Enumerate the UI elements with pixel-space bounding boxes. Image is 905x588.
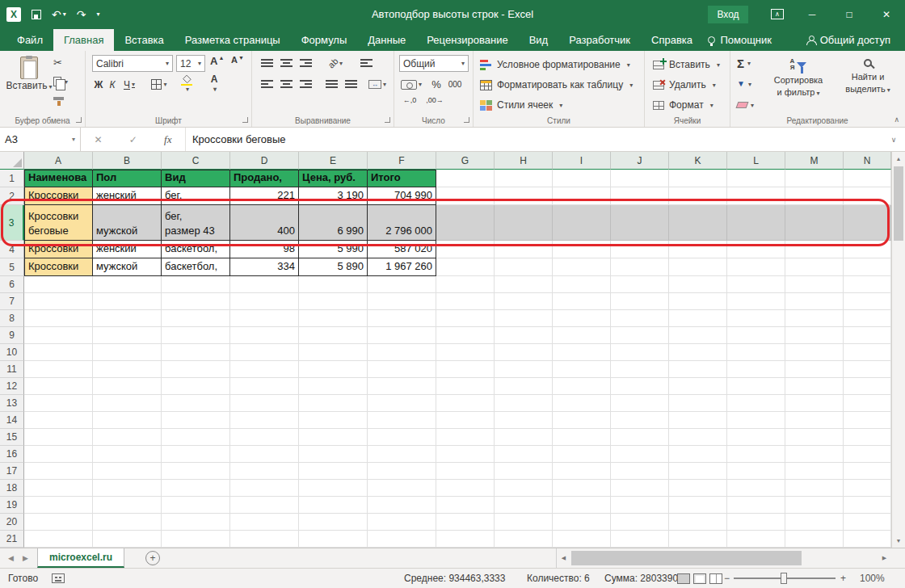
zoom-slider-thumb[interactable] [781,573,787,584]
zoom-out-button[interactable]: − [724,569,730,588]
cell-N6[interactable] [844,276,891,293]
cell-J8[interactable] [611,310,669,327]
cell-F3[interactable]: 2 796 000 [368,205,436,241]
cell-H15[interactable] [495,429,553,446]
cell-N10[interactable] [844,344,891,361]
row-header-3[interactable]: 3 [0,205,24,241]
paste-button[interactable]: Вставить [8,54,50,112]
cell-L15[interactable] [727,429,785,446]
cell-B20[interactable] [93,514,162,531]
cell-F7[interactable] [368,293,436,310]
cell-A5[interactable]: Кроссовки [24,258,93,276]
cell-L8[interactable] [727,310,785,327]
cell-C7[interactable] [162,293,230,310]
cell-C5[interactable]: баскетбол, [162,258,230,276]
cell-N1[interactable] [844,170,891,187]
tab-Справка[interactable]: Справка [641,29,703,51]
scroll-down-button[interactable]: ▼ [892,534,905,548]
cell-E9[interactable] [299,327,368,344]
row-header-17[interactable]: 17 [0,463,24,480]
cell-L6[interactable] [727,276,785,293]
cell-E18[interactable] [299,480,368,497]
cell-I16[interactable] [553,446,611,463]
cell-F14[interactable] [368,412,436,429]
font-dialog-launcher-icon[interactable] [242,117,248,123]
cell-J16[interactable] [611,446,669,463]
cell-E15[interactable] [299,429,368,446]
cell-L19[interactable] [727,497,785,514]
column-header-N[interactable]: N [844,152,891,170]
cell-I19[interactable] [553,497,611,514]
cell-N15[interactable] [844,429,891,446]
zoom-slider[interactable] [734,578,836,579]
cell-I2[interactable] [553,187,611,205]
cell-H17[interactable] [495,463,553,480]
cell-B21[interactable] [93,531,162,548]
cell-E13[interactable] [299,395,368,412]
cell-I14[interactable] [553,412,611,429]
close-button[interactable]: ✕ [868,0,905,29]
cell-E20[interactable] [299,514,368,531]
cell-C18[interactable] [162,480,230,497]
cell-C2[interactable]: бег, [162,187,230,205]
cell-L17[interactable] [727,463,785,480]
cell-K5[interactable] [669,258,727,276]
cell-J21[interactable] [611,531,669,548]
sort-filter-button[interactable]: АЯ Сортировка и фильтр [766,54,831,112]
cell-G19[interactable] [436,497,495,514]
cell-M17[interactable] [785,463,844,480]
cell-I13[interactable] [553,395,611,412]
cell-A9[interactable] [24,327,93,344]
cell-H21[interactable] [495,531,553,548]
cell-B15[interactable] [93,429,162,446]
assistant-button[interactable]: Помощник [708,29,772,51]
page-break-view-button[interactable] [709,573,722,584]
cell-C14[interactable] [162,412,230,429]
conditional-formatting-button[interactable]: Условное форматирование [480,56,630,74]
cell-M2[interactable] [785,187,844,205]
cell-N3[interactable] [844,205,891,241]
cell-D14[interactable] [230,412,299,429]
cell-J18[interactable] [611,480,669,497]
cell-E5[interactable]: 5 890 [299,258,368,276]
cell-E10[interactable] [299,344,368,361]
column-header-M[interactable]: M [785,152,844,170]
enter-icon[interactable]: ✓ [129,134,137,145]
cell-D17[interactable] [230,463,299,480]
cell-L12[interactable] [727,378,785,395]
name-box[interactable]: A3▾ [0,128,81,151]
cell-D12[interactable] [230,378,299,395]
cell-J19[interactable] [611,497,669,514]
column-header-A[interactable]: A [24,152,93,170]
column-header-I[interactable]: I [553,152,611,170]
cell-C3[interactable]: бег,размер 43 [162,205,230,241]
collapse-ribbon-button[interactable]: ∧ [894,116,899,124]
cell-F8[interactable] [368,310,436,327]
cell-F5[interactable]: 1 967 260 [368,258,436,276]
cell-D19[interactable] [230,497,299,514]
cell-L13[interactable] [727,395,785,412]
cell-K11[interactable] [669,361,727,378]
tab-Вид[interactable]: Вид [519,29,559,51]
cell-F10[interactable] [368,344,436,361]
cell-D5[interactable]: 334 [230,258,299,276]
next-sheet-button[interactable]: ▶ [23,548,28,568]
wrap-text-button[interactable] [356,55,377,71]
cell-K19[interactable] [669,497,727,514]
cell-F2[interactable]: 704 990 [368,187,436,205]
cell-K12[interactable] [669,378,727,395]
cell-F16[interactable] [368,446,436,463]
cell-L18[interactable] [727,480,785,497]
cell-A13[interactable] [24,395,93,412]
cell-M12[interactable] [785,378,844,395]
cell-B3[interactable]: мужской [93,205,162,241]
cell-M7[interactable] [785,293,844,310]
cell-C10[interactable] [162,344,230,361]
column-header-C[interactable]: C [162,152,230,170]
row-header-5[interactable]: 5 [0,258,24,276]
orientation-button[interactable]: ab [323,55,347,71]
cell-J14[interactable] [611,412,669,429]
cell-B5[interactable]: мужской [93,258,162,276]
vertical-scrollbar[interactable]: ▲ ▼ [891,152,905,548]
cell-N12[interactable] [844,378,891,395]
